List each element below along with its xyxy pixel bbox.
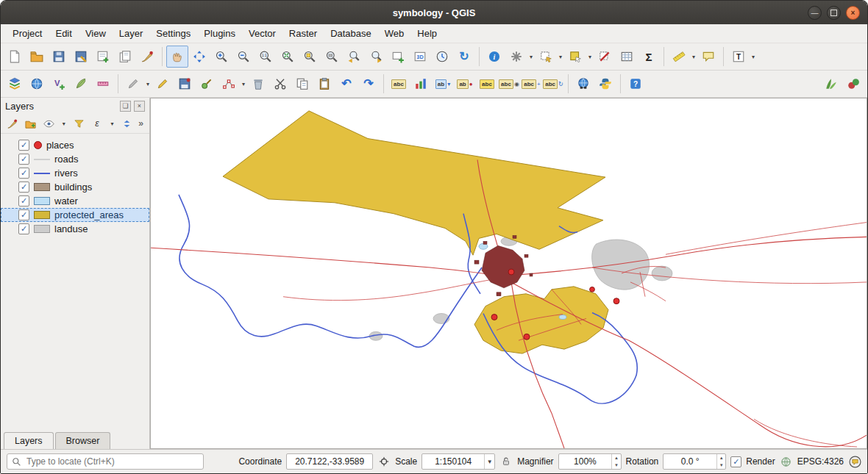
zoom-last-button[interactable]	[343, 46, 365, 68]
menu-settings[interactable]: Settings	[150, 26, 196, 41]
menu-raster[interactable]: Raster	[283, 26, 323, 41]
layer-row-buildings[interactable]: ✓ buildings	[1, 180, 149, 194]
panel-overflow-chevron[interactable]: »	[138, 118, 145, 129]
spin-up-icon[interactable]: ▲	[612, 454, 620, 462]
expand-collapse-all-button[interactable]	[120, 116, 134, 131]
scale-dropdown-icon[interactable]: ▼	[484, 454, 494, 469]
identify-features-button[interactable]: i	[483, 46, 505, 68]
menu-layer[interactable]: Layer	[113, 26, 149, 41]
processing-plugin-button[interactable]	[842, 73, 864, 95]
tab-browser[interactable]: Browser	[55, 432, 111, 449]
map-tips-button[interactable]	[697, 46, 719, 68]
pin-labels-button[interactable]: ab●	[454, 73, 476, 95]
highlight-pinned-labels-button[interactable]: abc	[476, 73, 498, 95]
maximize-button[interactable]	[827, 6, 841, 20]
rotation-spin-buttons[interactable]: ▲▼	[716, 454, 725, 469]
coordinate-field[interactable]	[286, 453, 373, 470]
move-label-button[interactable]: abc+	[520, 73, 542, 95]
scale-combo[interactable]: ▼	[421, 453, 495, 470]
menu-project[interactable]: Project	[7, 26, 48, 41]
run-feature-action-button[interactable]	[505, 46, 527, 68]
rotation-input[interactable]	[664, 456, 716, 467]
new-print-layout-button[interactable]	[92, 46, 114, 68]
label-options-button[interactable]: ab▾	[432, 73, 454, 95]
layer-row-landuse[interactable]: ✓ landuse	[1, 222, 149, 236]
vertex-tool-button[interactable]	[218, 73, 240, 95]
measure-button[interactable]	[668, 46, 690, 68]
filter-legend-button[interactable]	[72, 116, 86, 131]
save-project-as-button[interactable]	[70, 46, 92, 68]
layer-checkbox[interactable]: ✓	[18, 209, 29, 220]
magnifier-spin-buttons[interactable]: ▲▼	[611, 454, 620, 469]
pan-to-selection-button[interactable]	[188, 46, 210, 68]
rotation-spinbox[interactable]: ▲▼	[663, 453, 726, 470]
menu-view[interactable]: View	[79, 26, 112, 41]
python-console-button[interactable]	[594, 73, 616, 95]
render-checkbox[interactable]: ✓	[730, 456, 741, 467]
save-layer-edits-button[interactable]	[174, 73, 196, 95]
panel-float-icon[interactable]: ❏	[120, 101, 131, 112]
new-map-view-button[interactable]	[387, 46, 409, 68]
add-web-layer-button[interactable]	[26, 73, 48, 95]
layer-row-rivers[interactable]: ✓ rivers	[1, 166, 149, 180]
menu-web[interactable]: Web	[379, 26, 410, 41]
layer-row-places[interactable]: ✓ places	[1, 138, 149, 152]
deselect-features-button[interactable]	[594, 46, 616, 68]
data-source-manager-button[interactable]	[4, 73, 26, 95]
menu-database[interactable]: Database	[324, 26, 377, 41]
undo-button[interactable]: ↶	[335, 73, 357, 95]
cut-features-button[interactable]	[269, 73, 291, 95]
vertex-tool-dropdown[interactable]: ▾	[240, 73, 247, 94]
layer-checkbox[interactable]: ✓	[18, 223, 29, 234]
show-layout-manager-button[interactable]	[114, 46, 136, 68]
run-feature-action-dropdown[interactable]: ▾	[527, 46, 535, 67]
menu-edit[interactable]: Edit	[49, 26, 77, 41]
measure-dropdown[interactable]: ▾	[690, 46, 697, 67]
layer-checkbox[interactable]: ✓	[18, 182, 29, 193]
zoom-in-button[interactable]	[210, 46, 232, 68]
layer-row-protected-areas[interactable]: ✓ protected_areas	[1, 208, 149, 222]
toggle-editing-button[interactable]	[152, 73, 174, 95]
metasearch-button[interactable]	[572, 73, 594, 95]
show-hide-labels-button[interactable]: abc◉	[498, 73, 520, 95]
tab-layers[interactable]: Layers	[4, 432, 54, 449]
temporal-controller-button[interactable]	[431, 46, 453, 68]
select-by-form-dropdown[interactable]: ▾	[586, 46, 594, 67]
text-annotation-button[interactable]: T	[728, 46, 750, 68]
layer-row-water[interactable]: ✓ water	[1, 194, 149, 208]
copy-features-button[interactable]	[291, 73, 313, 95]
zoom-to-layer-button[interactable]	[321, 46, 343, 68]
locator-input[interactable]	[25, 456, 199, 467]
new-shapefile-layer-button[interactable]: V	[48, 73, 70, 95]
layer-row-roads[interactable]: ✓ roads	[1, 152, 149, 166]
refresh-map-button[interactable]: ↻	[453, 46, 475, 68]
new-project-button[interactable]	[4, 46, 26, 68]
open-attribute-table-button[interactable]	[616, 46, 638, 68]
close-button[interactable]: ×	[846, 6, 860, 20]
layer-checkbox[interactable]: ✓	[18, 154, 29, 165]
select-features-dropdown[interactable]: ▾	[557, 46, 564, 67]
open-layer-styling-button[interactable]	[5, 116, 19, 131]
menu-vector[interactable]: Vector	[243, 26, 282, 41]
map-canvas[interactable]	[150, 98, 867, 449]
zoom-full-button[interactable]	[277, 46, 299, 68]
delete-selected-button[interactable]	[247, 73, 269, 95]
add-group-button[interactable]	[24, 116, 38, 131]
layer-checkbox[interactable]: ✓	[18, 168, 29, 179]
statistical-summary-button[interactable]: Σ	[638, 46, 660, 68]
style-manager-button[interactable]	[136, 46, 158, 68]
spin-down-icon[interactable]: ▼	[612, 462, 620, 469]
scale-input[interactable]	[422, 456, 484, 467]
select-by-form-button[interactable]	[564, 46, 586, 68]
magnifier-spinbox[interactable]: ▲▼	[558, 453, 622, 470]
current-edits-dropdown[interactable]: ▾	[144, 73, 152, 94]
new-3d-map-view-button[interactable]: 3D	[409, 46, 431, 68]
grass-tools-button[interactable]	[820, 73, 842, 95]
layer-diagram-button[interactable]	[410, 73, 432, 95]
lock-scale-button[interactable]	[499, 455, 513, 468]
pan-map-button[interactable]	[166, 46, 188, 68]
coordinate-input[interactable]	[287, 456, 372, 467]
menu-help[interactable]: Help	[411, 26, 443, 41]
current-edits-button[interactable]	[122, 73, 144, 95]
zoom-out-button[interactable]	[232, 46, 255, 68]
